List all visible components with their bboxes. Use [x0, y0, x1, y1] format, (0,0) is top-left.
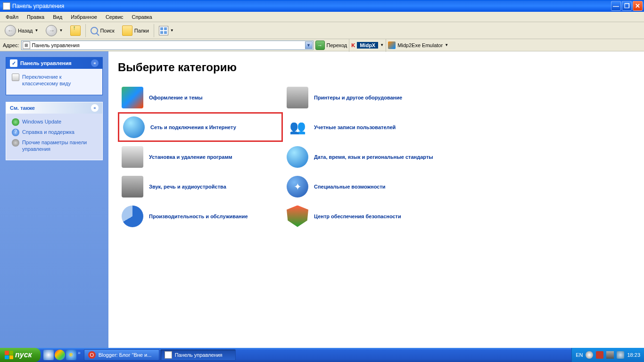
address-icon: ⊞	[23, 41, 30, 49]
folders-label: Папки	[134, 28, 149, 33]
users-icon: 👥	[287, 116, 308, 138]
tray-icon[interactable]	[596, 351, 603, 359]
category-label: Установка и удаление программ	[149, 154, 232, 160]
taskbar-button-blogger[interactable]: O Blogger: Блог "Вне и...	[84, 349, 159, 361]
minimize-button[interactable]: —	[611, 1, 621, 11]
main-area: ✓ Панель управления « Переключение к кла…	[0, 51, 644, 362]
category-security[interactable]: Центр обеспечения безопасности	[283, 201, 448, 231]
ql-chrome-icon[interactable]	[55, 350, 65, 360]
back-icon: ←	[5, 25, 16, 36]
sidebar-panel-seealso: См. также « Windows Update ?Справка и по…	[6, 102, 103, 161]
category-label: Производительность и обслуживание	[149, 214, 248, 219]
address-value: Панель управления	[32, 42, 80, 48]
forward-button[interactable]: → ▼	[43, 24, 66, 38]
category-printers[interactable]: Принтеры и другое оборудование	[283, 82, 448, 112]
network-icon	[123, 116, 145, 138]
ql-ie-icon[interactable]: e	[66, 350, 76, 360]
gear-icon	[12, 139, 19, 147]
category-label: Учетные записи пользователей	[314, 124, 396, 130]
address-bar: Адрес: ⊞ Панель управления ▼ → Переход K…	[0, 39, 644, 51]
search-button[interactable]: Поиск	[88, 24, 117, 38]
help-icon: ?	[12, 129, 19, 136]
toolbar: ← Назад ▼ → ▼ ↑ Поиск Папки ▼	[0, 22, 644, 39]
accessibility-icon: ✦	[287, 176, 308, 197]
views-button[interactable]: ▼	[156, 24, 177, 38]
tray-icon[interactable]	[586, 351, 593, 359]
category-programs[interactable]: Установка и удаление программ	[118, 142, 283, 172]
category-label: Центр обеспечения безопасности	[314, 214, 401, 219]
other-options-link[interactable]: Прочие параметры панели управления	[12, 139, 97, 153]
classic-icon	[12, 74, 19, 81]
window-icon: ⊞	[3, 2, 10, 10]
menu-tools[interactable]: Сервис	[102, 13, 127, 21]
menu-file[interactable]: Файл	[2, 13, 22, 21]
category-network[interactable]: Сеть и подключения к Интернету	[118, 112, 283, 142]
up-button[interactable]: ↑	[67, 24, 83, 38]
category-label: Оформление и темы	[149, 95, 203, 100]
sidebar-seealso-head[interactable]: См. также «	[6, 102, 102, 114]
ext-k-icon: K	[351, 42, 355, 48]
sidebar: ✓ Панель управления « Переключение к кла…	[0, 51, 108, 362]
category-label: Сеть и подключения к Интернету	[150, 124, 236, 130]
ql-desktop-icon[interactable]	[43, 350, 54, 360]
forward-icon: →	[46, 25, 57, 36]
start-button[interactable]: пуск	[0, 348, 41, 362]
category-grid: Оформление и темыПринтеры и другое обору…	[118, 82, 635, 231]
ql-expand[interactable]: »	[77, 350, 81, 360]
category-performance[interactable]: Производительность и обслуживание	[118, 201, 283, 231]
start-label: пуск	[15, 351, 32, 359]
sidebar-panel-head[interactable]: ✓ Панель управления «	[6, 58, 102, 69]
ext-emulator[interactable]: Midp2Exe Emulator	[397, 42, 443, 48]
quick-launch: e »	[41, 350, 84, 360]
category-sound[interactable]: Звук, речь и аудиоустройства	[118, 172, 283, 201]
cp-icon	[165, 351, 172, 359]
taskbar-button-controlpanel[interactable]: Панель управления	[160, 349, 236, 361]
globe-icon	[12, 118, 19, 126]
go-button[interactable]: →	[315, 41, 325, 50]
close-button[interactable]: ✕	[633, 1, 643, 11]
clock[interactable]: 18:23	[627, 352, 640, 358]
category-label: Специальные возможности	[314, 184, 386, 189]
title-bar: ⊞ Панель управления — ❐ ✕	[0, 0, 644, 12]
folders-button[interactable]: Папки	[119, 24, 152, 38]
help-support-link[interactable]: ?Справка и поддержка	[12, 129, 97, 136]
category-label: Дата, время, язык и региональные стандар…	[314, 154, 433, 160]
themes-icon	[122, 87, 143, 108]
folders-icon	[122, 25, 132, 36]
category-accessibility[interactable]: ✦Специальные возможности	[283, 172, 448, 201]
address-label: Адрес:	[3, 42, 19, 48]
switch-classic-link[interactable]: Переключение к классическому виду	[12, 74, 97, 87]
sidebar-panel-control: ✓ Панель управления « Переключение к кла…	[6, 57, 103, 95]
opera-icon: O	[88, 351, 96, 359]
category-themes[interactable]: Оформление и темы	[118, 82, 283, 112]
security-icon	[287, 206, 308, 227]
menu-help[interactable]: Справка	[128, 13, 156, 21]
chevron-up-icon[interactable]: «	[91, 104, 99, 112]
content-area: Выберите категорию Оформление и темыПрин…	[108, 51, 644, 362]
tray-volume-icon[interactable]	[617, 351, 624, 359]
address-field[interactable]: ⊞ Панель управления ▼	[21, 41, 314, 50]
menu-view[interactable]: Вид	[49, 13, 66, 21]
category-datetime[interactable]: Дата, время, язык и региональные стандар…	[283, 142, 448, 172]
go-label: Переход	[327, 42, 347, 48]
ext2-icon	[388, 41, 396, 49]
sound-icon	[122, 176, 143, 197]
address-dropdown[interactable]: ▼	[305, 41, 313, 49]
menu-favorites[interactable]: Избранное	[67, 13, 101, 21]
menu-edit[interactable]: Правка	[23, 13, 48, 21]
back-button[interactable]: ← Назад ▼	[2, 24, 41, 38]
category-users[interactable]: 👥Учетные записи пользователей	[283, 112, 448, 142]
tray-icon[interactable]	[606, 351, 614, 359]
category-label: Принтеры и другое оборудование	[314, 95, 402, 100]
chevron-up-icon[interactable]: «	[91, 59, 99, 67]
up-icon: ↑	[70, 25, 81, 36]
menu-bar: Файл Правка Вид Избранное Сервис Справка	[0, 12, 644, 22]
lang-indicator[interactable]: EN	[576, 352, 583, 358]
ext-midpx[interactable]: MidpX	[357, 42, 378, 49]
maximize-button[interactable]: ❐	[622, 1, 632, 11]
page-title: Выберите категорию	[118, 61, 635, 74]
programs-icon	[122, 146, 143, 168]
check-icon: ✓	[10, 59, 17, 67]
windows-update-link[interactable]: Windows Update	[12, 118, 97, 126]
search-icon	[91, 27, 98, 34]
